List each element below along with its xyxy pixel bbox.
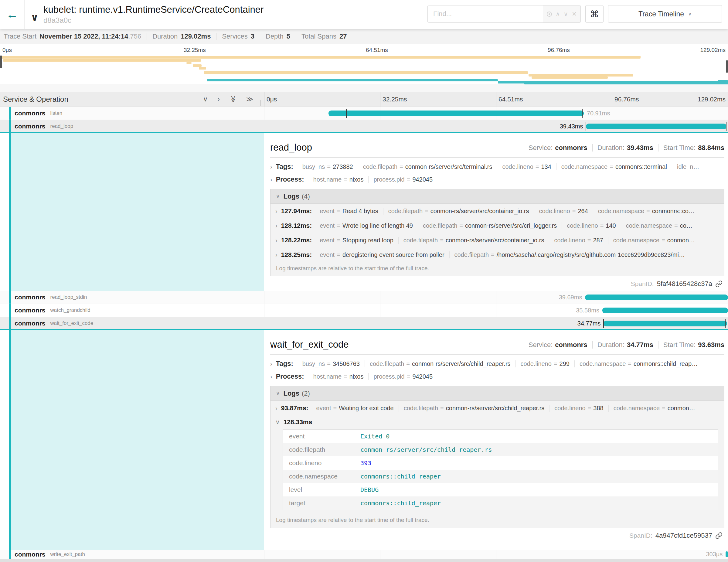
tag-pill: busy_ns = 34506763 xyxy=(298,360,365,367)
deep-link-icon[interactable] xyxy=(715,532,723,539)
span-timeline-cell[interactable]: 34.77ms xyxy=(264,317,728,330)
span-row-write-exit-path[interactable]: conmonrs write_exit_path 303μs xyxy=(0,550,728,559)
log-pill: code.lineno = 264 xyxy=(534,208,593,215)
span-service: conmonrs xyxy=(15,551,46,558)
log-entry[interactable]: › 127.94ms: event = Read 4 bytes code.fi… xyxy=(270,204,724,218)
span-operation: read_loop_stdin xyxy=(50,294,87,300)
timeline-header: 0μs 32.25ms 64.51ms 96.76ms 129.02ms xyxy=(264,92,728,107)
collapse-all-icon[interactable]: ≫ xyxy=(246,95,253,103)
next-result-icon[interactable]: ∨ xyxy=(564,10,568,18)
minimap-segment xyxy=(726,60,728,73)
trace-depth: Depth 5 xyxy=(266,32,290,40)
span-bar[interactable] xyxy=(726,551,728,557)
span-name-cell[interactable]: conmonrs read_loop xyxy=(0,120,264,133)
tags-accordion[interactable]: › Tags: busy_ns = 34506763 code.filepath… xyxy=(270,357,724,370)
span-name-cell[interactable]: conmonrs write_exit_path xyxy=(0,550,264,559)
tag-pill: code.lineno = 134 xyxy=(497,163,556,170)
span-operation: write_exit_path xyxy=(50,551,85,557)
table-row: code.lineno 393 xyxy=(283,456,718,470)
log-entry[interactable]: › 93.87ms: event = Waiting for exit code… xyxy=(270,401,724,415)
app-header: ← ∨ kubelet: runtime.v1.RuntimeService/C… xyxy=(0,0,728,29)
process-pill: host.name = nixos xyxy=(308,373,369,380)
expand-all-icon[interactable]: ≫ xyxy=(229,96,237,103)
find-group: ∧ ∨ ✕ xyxy=(427,5,581,23)
span-operation: wait_for_exit_code xyxy=(50,320,94,326)
trace-collapse-toggle[interactable]: ∨ xyxy=(25,0,39,29)
keyboard-shortcuts-button[interactable]: ⌘ xyxy=(585,5,604,23)
divider xyxy=(270,157,724,158)
minimap-segment xyxy=(529,74,633,77)
span-row-watch-grandchild[interactable]: conmonrs watch_grandchild 35.58ms xyxy=(0,304,728,317)
span-timeline-cell[interactable]: 39.69ms xyxy=(264,291,728,304)
span-name-cell[interactable]: conmonrs watch_grandchild xyxy=(0,304,264,317)
span-bar[interactable] xyxy=(602,308,728,313)
span-detail-wait-for-exit-code: wait_for_exit_code Service: conmonrs Dur… xyxy=(0,330,728,550)
minimap-segment xyxy=(186,62,192,64)
span-timeline-cell[interactable]: 70.91ms xyxy=(264,107,728,120)
table-row: level DEBUG xyxy=(283,483,718,496)
log-entry-expanded-header[interactable]: ∨ 128.33ms xyxy=(270,415,724,429)
find-input[interactable] xyxy=(428,5,543,22)
log-pill: code.lineno = 140 xyxy=(562,222,621,229)
span-row-read-loop-stdin[interactable]: conmonrs read_loop_stdin 39.69ms xyxy=(0,291,728,304)
tags-accordion[interactable]: › Tags: busy_ns = 273882 code.filepath =… xyxy=(270,160,724,173)
detail-card: read_loop Service: conmonrs Duration: 39… xyxy=(270,133,724,288)
locate-icon[interactable] xyxy=(547,12,552,17)
chevron-down-icon: ∨ xyxy=(276,390,280,397)
span-name-cell[interactable]: conmonrs wait_for_exit_code xyxy=(0,317,264,330)
chevron-down-icon: ∨ xyxy=(688,11,692,17)
span-table-header: Service & Operation ∨ › ≫ ≫ 0μs 32.25ms … xyxy=(0,92,728,107)
chevron-right-icon: › xyxy=(270,360,272,367)
process-accordion[interactable]: › Process: host.name = nixos process.pid… xyxy=(270,370,724,383)
deep-link-icon[interactable] xyxy=(715,280,723,288)
detail-header: wait_for_exit_code Service: conmonrs Dur… xyxy=(270,334,724,350)
chevron-right-icon: › xyxy=(275,222,277,229)
span-timeline-cell[interactable]: 303μs xyxy=(264,550,728,559)
log-entry[interactable]: › 128.25ms: event = deregistering event … xyxy=(270,247,724,262)
span-timeline-cell[interactable]: 39.43ms xyxy=(264,120,728,133)
span-service: conmonrs xyxy=(15,123,46,130)
minimap-segment xyxy=(207,79,498,81)
span-bar[interactable] xyxy=(604,321,727,326)
log-entry[interactable]: › 128.12ms: event = Wrote log line of le… xyxy=(270,218,724,233)
column-resizer[interactable] xyxy=(258,100,260,106)
process-accordion[interactable]: › Process: host.name = nixos process.pid… xyxy=(270,173,724,186)
span-id-row: SpanID: 4a947cfd1ce59537 xyxy=(270,528,724,540)
trace-services: Services 3 xyxy=(222,32,254,40)
span-bar[interactable] xyxy=(586,124,726,129)
span-name-cell[interactable]: conmonrs listen xyxy=(0,107,264,120)
logs-accordion-header[interactable]: ∨ Logs (2) xyxy=(270,386,724,401)
log-pill: code.filepath = /home/sascha/.cargo/regi… xyxy=(449,251,690,258)
span-row-listen[interactable]: conmonrs listen 70.91ms xyxy=(0,107,728,120)
span-duration-label: 34.77ms xyxy=(577,317,604,330)
span-timeline-cell[interactable]: 35.58ms xyxy=(264,304,728,317)
command-icon: ⌘ xyxy=(590,9,599,19)
divider xyxy=(216,33,216,40)
span-bar[interactable] xyxy=(585,295,728,300)
view-selector-label: Trace Timeline xyxy=(638,10,684,18)
minimap-segment xyxy=(0,56,2,68)
minimap-segment xyxy=(718,80,728,84)
trace-start: Trace Start November 15 2022, 11:24:14 .… xyxy=(4,32,141,40)
minimap-canvas[interactable] xyxy=(0,55,728,84)
prev-result-icon[interactable]: ∧ xyxy=(556,10,560,18)
log-pill: code.namespace = conmon… xyxy=(608,405,700,412)
log-entry[interactable]: › 128.22ms: event = Stopping read loop c… xyxy=(270,233,724,247)
minimap-segment xyxy=(0,56,641,59)
collapse-one-icon[interactable]: › xyxy=(218,95,220,103)
span-bar[interactable] xyxy=(328,111,583,116)
expand-one-icon[interactable]: ∨ xyxy=(203,95,208,103)
divider xyxy=(592,144,593,152)
span-color-accent xyxy=(9,120,11,133)
span-detail-read-loop: read_loop Service: conmonrs Duration: 39… xyxy=(0,133,728,291)
logs-section: ∨ Logs (4) › 127.94ms: event = Read 4 by… xyxy=(270,189,724,276)
logs-accordion-header[interactable]: ∨ Logs (4) xyxy=(270,189,724,204)
clear-search-icon[interactable]: ✕ xyxy=(572,10,577,18)
trace-view-selector[interactable]: Trace Timeline ∨ xyxy=(608,5,722,23)
span-color-accent xyxy=(9,550,11,559)
chevron-right-icon: › xyxy=(275,405,277,412)
span-row-read-loop[interactable]: conmonrs read_loop 39.43ms xyxy=(0,120,728,133)
span-row-wait-for-exit-code[interactable]: conmonrs wait_for_exit_code 34.77ms xyxy=(0,317,728,330)
span-name-cell[interactable]: conmonrs read_loop_stdin xyxy=(0,291,264,304)
back-button[interactable]: ← xyxy=(0,0,25,29)
